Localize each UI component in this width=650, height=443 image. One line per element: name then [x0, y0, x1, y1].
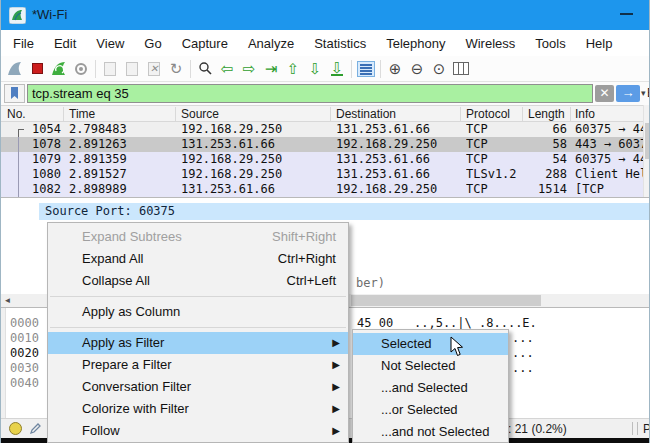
table-row[interactable]: 10822.898989 131.253.61.66192.168.29.250… — [1, 182, 650, 197]
submenu-item-and-not-selected[interactable]: ...and not Selected — [353, 421, 508, 443]
first-packet-icon[interactable]: ⇧ — [282, 58, 304, 80]
menu-telephony[interactable]: Telephony — [376, 32, 455, 55]
hex-ascii-fragment: ... — [512, 361, 534, 375]
save-file-icon[interactable] — [121, 58, 143, 80]
menu-item-expand-all[interactable]: Ctrl+RightExpand All — [48, 248, 348, 270]
clear-filter-button[interactable]: ✕ — [595, 85, 614, 102]
zoom-out-icon[interactable]: ⊖ — [406, 58, 428, 80]
menu-file[interactable]: File — [3, 32, 44, 55]
hex-ascii-fragment: ... — [512, 346, 534, 360]
toolbar-separator — [351, 60, 352, 78]
profile-status[interactable]: P — [643, 422, 650, 436]
column-destination[interactable]: Destination — [336, 107, 396, 121]
scrollbar-thumb[interactable] — [351, 295, 541, 306]
zoom-in-icon[interactable]: ⊕ — [384, 58, 406, 80]
stop-capture-icon[interactable] — [26, 58, 48, 80]
column-info[interactable]: Info — [575, 107, 595, 121]
main-toolbar: ↻ ⇦ ⇨ ⇥ ⇧ ⇩ ⇩ ⊕ ⊖ ⊙ — [1, 56, 650, 82]
hex-ascii-fragment: ..,5..|\ .8....E. — [414, 316, 537, 330]
hex-ascii-fragment: ... — [512, 331, 534, 345]
submenu-arrow-icon: ▶ — [332, 420, 340, 442]
expert-info-icon[interactable] — [9, 422, 22, 435]
hex-offset: 0040 — [10, 376, 39, 390]
hex-offset: 0010 — [10, 331, 39, 345]
reload-file-icon[interactable]: ↻ — [165, 58, 187, 80]
title-bar: *Wi-Fi — [1, 0, 650, 30]
find-packet-icon[interactable] — [194, 58, 216, 80]
submenu-arrow-icon: ▶ — [332, 332, 340, 354]
hex-offset: 0030 — [10, 361, 39, 375]
toolbar-separator — [190, 60, 191, 78]
wireshark-logo-icon — [9, 7, 26, 24]
table-row-selected[interactable]: 10782.891263 131.253.61.66192.168.29.250… — [1, 137, 650, 152]
submenu-arrow-icon: ▶ — [332, 376, 340, 398]
column-protocol[interactable]: Protocol — [466, 107, 510, 121]
menu-item-colorize-with-filter[interactable]: Colorize with Filter ▶ — [48, 398, 348, 420]
submenu-arrow-icon: ▶ — [332, 398, 340, 420]
close-file-icon[interactable] — [143, 58, 165, 80]
submenu-item-and-selected[interactable]: ...and Selected — [353, 377, 508, 399]
menu-item-apply-as-column[interactable]: Apply as Column — [48, 301, 348, 323]
toolbar-separator — [95, 60, 96, 78]
menu-statistics[interactable]: Statistics — [304, 32, 376, 55]
mouse-cursor — [450, 336, 465, 357]
toolbar-separator — [380, 60, 381, 78]
table-row[interactable]: 10802.891527 192.168.29.250131.253.61.66… — [1, 167, 650, 182]
column-time[interactable]: Time — [69, 107, 95, 121]
go-to-packet-icon[interactable]: ⇥ — [260, 58, 282, 80]
packet-list: 10542.798483 192.168.29.250131.253.61.66… — [1, 122, 650, 197]
menu-bar: File Edit View Go Capture Analyze Statis… — [1, 30, 650, 56]
resize-columns-icon[interactable] — [450, 58, 472, 80]
filter-bookmark-icon[interactable] — [4, 84, 25, 103]
open-file-icon[interactable] — [99, 58, 121, 80]
previous-packet-icon[interactable]: ⇦ — [216, 58, 238, 80]
apply-filter-button[interactable]: → — [616, 85, 640, 102]
column-length[interactable]: Length — [528, 107, 565, 121]
selected-field-source-port[interactable]: Source Port: 60375 — [39, 203, 650, 220]
hex-offset: 0020 — [10, 346, 39, 360]
menu-analyze[interactable]: Analyze — [238, 32, 304, 55]
hex-offset: 0000 — [10, 316, 39, 330]
packet-list-scrollbar[interactable] — [643, 105, 650, 197]
scroll-left-icon[interactable]: ◄ — [1, 294, 14, 307]
table-row[interactable]: 10542.798483 192.168.29.250131.253.61.66… — [1, 122, 650, 137]
capture-comment-icon[interactable] — [29, 422, 42, 435]
menu-item-expand-subtrees: Shift+RightExpand Subtrees — [48, 226, 348, 248]
hex-bytes-fragment: 45 00 — [357, 316, 393, 330]
display-filter-input[interactable] — [27, 84, 593, 103]
packet-list-header: No. Time Source Destination Protocol Len… — [1, 105, 650, 122]
menu-edit[interactable]: Edit — [44, 32, 86, 55]
menu-view[interactable]: View — [86, 32, 134, 55]
colorize-packets-icon[interactable] — [355, 58, 377, 80]
context-menu: Shift+RightExpand Subtrees Ctrl+RightExp… — [47, 222, 349, 443]
menu-tools[interactable]: Tools — [525, 32, 575, 55]
menu-wireless[interactable]: Wireless — [455, 32, 525, 55]
submenu-item-selected[interactable]: Selected — [353, 333, 508, 355]
submenu-item-not-selected[interactable]: Not Selected — [353, 355, 508, 377]
next-packet-icon[interactable]: ⇨ — [238, 58, 260, 80]
minimize-button[interactable] — [620, 13, 633, 15]
menu-help[interactable]: Help — [576, 32, 623, 55]
apply-as-filter-submenu: Selected Not Selected ...and Selected ..… — [352, 329, 509, 443]
menu-item-conversation-filter[interactable]: Conversation Filter ▶ — [48, 376, 348, 398]
table-row[interactable]: 10792.891359 192.168.29.250131.253.61.66… — [1, 152, 650, 167]
menu-capture[interactable]: Capture — [172, 32, 238, 55]
capture-options-icon[interactable] — [70, 58, 92, 80]
menu-item-follow[interactable]: Follow ▶ — [48, 420, 348, 442]
start-capture-icon[interactable] — [4, 58, 26, 80]
menu-item-apply-as-filter[interactable]: Apply as Filter ▶ — [48, 332, 348, 354]
menu-separator — [50, 296, 346, 297]
menu-go[interactable]: Go — [134, 32, 171, 55]
column-source[interactable]: Source — [181, 107, 219, 121]
zoom-reset-icon[interactable]: ⊙ — [428, 58, 450, 80]
submenu-item-or-selected[interactable]: ...or Selected — [353, 399, 508, 421]
detail-text-fragment: ber) — [356, 276, 385, 290]
auto-scroll-icon[interactable]: ⇩ — [326, 58, 348, 80]
restart-capture-icon[interactable] — [48, 58, 70, 80]
filter-dropdown-caret-icon[interactable]: ▾ — [641, 88, 646, 98]
last-packet-icon[interactable]: ⇩ — [304, 58, 326, 80]
window-title: *Wi-Fi — [32, 7, 67, 22]
column-no[interactable]: No. — [7, 107, 26, 121]
menu-item-collapse-all[interactable]: Ctrl+LeftCollapse All — [48, 270, 348, 292]
menu-item-prepare-a-filter[interactable]: Prepare a Filter ▶ — [48, 354, 348, 376]
